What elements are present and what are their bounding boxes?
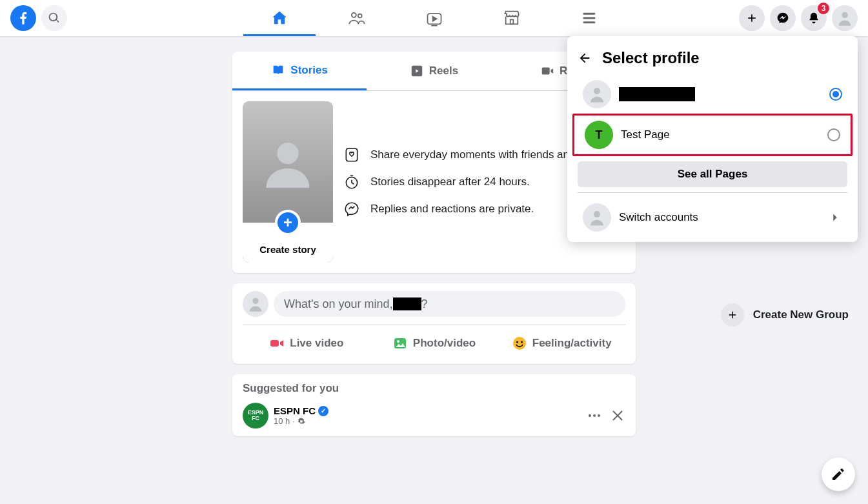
svg-point-10: [277, 143, 298, 164]
dropdown-title: Select profile: [602, 49, 700, 67]
post-name-label: ESPN FC: [274, 405, 316, 416]
photo-video-button[interactable]: Photo/video: [370, 330, 498, 356]
dots-icon: [587, 408, 602, 423]
profile-avatar: [583, 80, 611, 108]
svg-point-22: [598, 414, 600, 417]
switch-label: Switch accounts: [619, 211, 820, 224]
create-button[interactable]: [739, 5, 765, 31]
user-avatar[interactable]: [243, 291, 268, 317]
radio-unselected[interactable]: [827, 128, 840, 141]
post-more-button[interactable]: [587, 408, 602, 423]
create-story-card[interactable]: + Create story: [243, 101, 333, 263]
gear-icon: [298, 418, 305, 425]
radio-selected[interactable]: [829, 88, 842, 101]
close-icon: [610, 408, 625, 423]
redacted-text: [393, 297, 421, 310]
svg-rect-11: [346, 148, 357, 161]
nav-home[interactable]: [243, 0, 316, 36]
story-info-text: Replies and reactions are private.: [370, 203, 534, 216]
svg-rect-14: [270, 340, 279, 347]
messenger-button[interactable]: [770, 5, 796, 31]
tab-reels[interactable]: Reels: [367, 52, 501, 90]
select-profile-dropdown: Select profile T Test Page See all Pages…: [567, 36, 858, 242]
svg-point-7: [842, 12, 847, 18]
account-button[interactable]: [832, 5, 858, 31]
create-group-label: Create New Group: [753, 308, 849, 321]
live-label: Live video: [290, 337, 343, 350]
chevron-right-icon: [828, 210, 842, 225]
tab-stories-label: Stories: [290, 64, 328, 77]
nav-friends[interactable]: [321, 0, 393, 36]
profile-option-personal[interactable]: [572, 75, 853, 114]
svg-point-18: [516, 341, 518, 343]
suggested-title: Suggested for you: [243, 382, 625, 395]
svg-point-21: [593, 414, 596, 417]
feeling-label: Feeling/activity: [532, 337, 612, 350]
profile-name-hidden: [619, 87, 822, 101]
arrow-left-icon: [578, 51, 592, 65]
post-avatar[interactable]: ESPNFC: [243, 403, 268, 428]
story-info-text: Stories disappear after 24 hours.: [370, 176, 530, 188]
smiley-icon: [512, 336, 527, 351]
svg-rect-3: [510, 19, 513, 24]
feeling-button[interactable]: Feeling/activity: [498, 330, 625, 356]
compose-fab[interactable]: [822, 458, 855, 491]
person-icon: [262, 136, 314, 188]
see-all-pages-button[interactable]: See all Pages: [578, 161, 847, 187]
tab-stories[interactable]: Stories: [232, 52, 367, 90]
notifications-button[interactable]: 3: [801, 5, 827, 31]
svg-rect-4: [583, 13, 595, 15]
svg-rect-9: [542, 68, 550, 75]
search-button[interactable]: [41, 5, 67, 31]
post-close-button[interactable]: [610, 408, 625, 423]
svg-point-19: [521, 341, 523, 343]
book-icon: [271, 63, 285, 77]
page-name: Test Page: [621, 128, 820, 141]
svg-rect-6: [583, 21, 595, 23]
avatar-text: ESPNFC: [248, 410, 264, 421]
svg-point-1: [358, 14, 361, 18]
messenger-icon: [343, 201, 360, 217]
photo-icon: [392, 336, 408, 351]
svg-point-20: [589, 414, 591, 417]
plus-icon: [721, 303, 744, 327]
profile-avatar: [583, 203, 611, 232]
facebook-logo[interactable]: [10, 5, 36, 31]
heart-card-icon: [343, 146, 360, 163]
photo-label: Photo/video: [413, 337, 476, 350]
notification-badge: 3: [818, 3, 829, 14]
svg-point-0: [351, 13, 356, 17]
switch-accounts-button[interactable]: Switch accounts: [572, 198, 853, 237]
svg-point-23: [594, 88, 600, 94]
nav-menu[interactable]: [553, 0, 625, 36]
svg-point-24: [594, 211, 600, 217]
svg-point-13: [252, 298, 258, 304]
tab-reels-label: Reels: [429, 65, 458, 77]
create-story-label: Create story: [259, 244, 316, 255]
composer-placeholder-suffix: ?: [421, 297, 428, 311]
live-video-button[interactable]: Live video: [243, 330, 370, 356]
nav-watch[interactable]: [398, 0, 470, 36]
composer-placeholder-prefix: What's on your mind,: [284, 297, 393, 311]
video-icon: [540, 64, 554, 78]
live-icon: [269, 336, 285, 351]
svg-point-16: [397, 340, 399, 343]
reels-icon: [410, 64, 424, 78]
clock-icon: [343, 174, 360, 190]
composer-input[interactable]: What's on your mind, ?: [274, 291, 625, 317]
plus-icon: +: [275, 210, 301, 236]
svg-point-17: [513, 337, 526, 350]
edit-icon: [831, 467, 846, 482]
post-time: 10 h ·: [274, 416, 581, 426]
verified-badge-icon: ✓: [318, 406, 328, 416]
profile-option-test-page[interactable]: T Test Page: [572, 114, 853, 156]
nav-marketplace[interactable]: [476, 0, 548, 36]
svg-rect-5: [583, 17, 595, 19]
post-author[interactable]: ESPN FC ✓: [274, 405, 581, 416]
create-group-button[interactable]: Create New Group: [721, 303, 849, 327]
back-button[interactable]: [578, 51, 592, 65]
page-avatar: T: [585, 121, 613, 149]
